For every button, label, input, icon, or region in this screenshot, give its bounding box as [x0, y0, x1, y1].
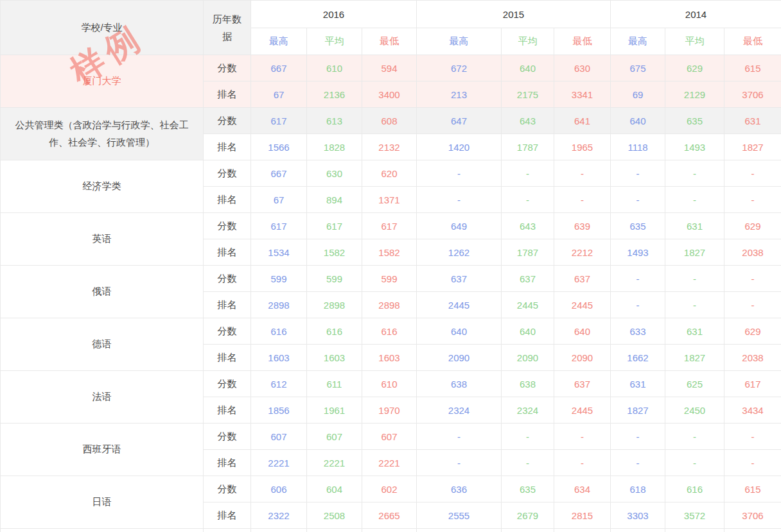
- score-cell: 616: [362, 318, 417, 345]
- score-label: 分数: [204, 213, 251, 239]
- metric-header-avg: 平均: [502, 28, 554, 55]
- rank-cell: 2221: [362, 450, 417, 476]
- rank-cell: 2324: [417, 397, 502, 424]
- score-cell: 634: [554, 476, 611, 502]
- score-cell: -: [724, 266, 781, 292]
- score-row[interactable]: 法语分数612611610638638637631625617: [1, 371, 781, 397]
- score-row[interactable]: 日语分数606604602636635634618616615: [1, 476, 781, 502]
- score-row[interactable]: 经济学类分数667630620------: [1, 160, 781, 187]
- rank-label: 排名: [204, 450, 251, 476]
- score-cell: 631: [611, 371, 665, 397]
- score-cell: 641: [554, 108, 611, 134]
- rank-cell: 2090: [417, 345, 502, 371]
- score-cell: 629: [724, 318, 781, 345]
- rank-label: 排名: [204, 397, 251, 424]
- score-cell: 649: [417, 213, 502, 239]
- metric-header-max: 最高: [611, 28, 665, 55]
- major-name: 西班牙语: [1, 424, 204, 476]
- score-cell: 635: [502, 476, 554, 502]
- metric-header-avg: 平均: [665, 28, 724, 55]
- score-row[interactable]: 英语分数617617617649643639635631629: [1, 213, 781, 239]
- rank-cell: -: [665, 450, 724, 476]
- metric-header-max: 最高: [251, 28, 307, 55]
- major-name: [1, 529, 204, 532]
- score-cell: 607: [362, 424, 417, 450]
- score-cell: -: [554, 160, 611, 187]
- score-cell: 638: [502, 371, 554, 397]
- score-cell: 629: [724, 213, 781, 239]
- score-cell: 636: [417, 476, 502, 502]
- metric-header-min: 最低: [724, 28, 781, 55]
- score-cell: 620: [362, 160, 417, 187]
- historical-data-header: 历年数据: [204, 1, 251, 55]
- score-cell: -: [665, 160, 724, 187]
- partial-row: [1, 529, 781, 532]
- rank-cell: 1856: [251, 397, 307, 424]
- table-body: 厦门大学分数667610594672640630675629615排名67213…: [1, 55, 781, 532]
- major-name: 德语: [1, 318, 204, 371]
- score-row[interactable]: 厦门大学分数667610594672640630675629615: [1, 55, 781, 82]
- score-row[interactable]: 公共管理类（含政治学与行政学、社会工作、社会学、行政管理）分数617613608…: [1, 108, 781, 134]
- score-label: 分数: [204, 476, 251, 502]
- major-name: 法语: [1, 371, 204, 424]
- rank-cell: 2898: [251, 292, 307, 318]
- score-cell: 647: [417, 108, 502, 134]
- score-cell: -: [724, 160, 781, 187]
- score-cell: -: [417, 160, 502, 187]
- score-cell: 640: [502, 318, 554, 345]
- score-cell: 631: [665, 318, 724, 345]
- rank-cell: 2221: [307, 450, 362, 476]
- score-cell: 637: [417, 266, 502, 292]
- score-cell: -: [665, 424, 724, 450]
- score-row[interactable]: 西班牙语分数607607607------: [1, 424, 781, 450]
- score-row[interactable]: 俄语分数599599599637637637---: [1, 266, 781, 292]
- score-cell: 638: [417, 371, 502, 397]
- rank-cell: 1662: [611, 345, 665, 371]
- rank-cell: -: [724, 292, 781, 318]
- rank-cell: 2038: [724, 345, 781, 371]
- score-cell: -: [611, 424, 665, 450]
- rank-cell: 1420: [417, 134, 502, 160]
- rank-cell: 2175: [502, 82, 554, 108]
- rank-cell: 213: [417, 82, 502, 108]
- score-row[interactable]: 德语分数616616616640640640633631629: [1, 318, 781, 345]
- score-cell: 616: [307, 318, 362, 345]
- score-cell: 639: [554, 213, 611, 239]
- score-cell: 617: [362, 213, 417, 239]
- rank-cell: -: [665, 292, 724, 318]
- rank-label: 排名: [204, 134, 251, 160]
- rank-cell: 1566: [251, 134, 307, 160]
- rank-cell: 1603: [251, 345, 307, 371]
- rank-cell: 2132: [362, 134, 417, 160]
- rank-cell: 2221: [251, 450, 307, 476]
- metric-header-min: 最低: [554, 28, 611, 55]
- rank-cell: 2445: [502, 292, 554, 318]
- rank-cell: 2815: [554, 502, 611, 529]
- score-cell: -: [611, 160, 665, 187]
- score-table-page: 样例 学校/专业 历年数据 2016 2015 2014 最高 平均 最低 最高…: [0, 0, 781, 532]
- score-label: 分数: [204, 160, 251, 187]
- rank-cell: 2322: [251, 502, 307, 529]
- score-cell: 606: [251, 476, 307, 502]
- major-name: 经济学类: [1, 160, 204, 213]
- score-cell: 630: [554, 55, 611, 82]
- admission-score-table: 学校/专业 历年数据 2016 2015 2014 最高 平均 最低 最高 平均…: [0, 0, 781, 532]
- rank-cell: 1603: [362, 345, 417, 371]
- rank-cell: 3400: [362, 82, 417, 108]
- score-cell: 612: [251, 371, 307, 397]
- score-cell: 610: [307, 55, 362, 82]
- score-cell: 607: [251, 424, 307, 450]
- table-header-year-row: 学校/专业 历年数据 2016 2015 2014: [1, 1, 781, 28]
- score-cell: 599: [362, 266, 417, 292]
- score-cell: -: [502, 424, 554, 450]
- rank-cell: -: [611, 292, 665, 318]
- rank-cell: 1827: [665, 239, 724, 266]
- rank-cell: -: [665, 187, 724, 213]
- year-header-2014: 2014: [611, 1, 781, 28]
- score-cell: 643: [502, 108, 554, 134]
- score-cell: 611: [307, 371, 362, 397]
- rank-label: 排名: [204, 239, 251, 266]
- rank-cell: -: [724, 450, 781, 476]
- rank-cell: 2445: [554, 397, 611, 424]
- rank-cell: 1603: [307, 345, 362, 371]
